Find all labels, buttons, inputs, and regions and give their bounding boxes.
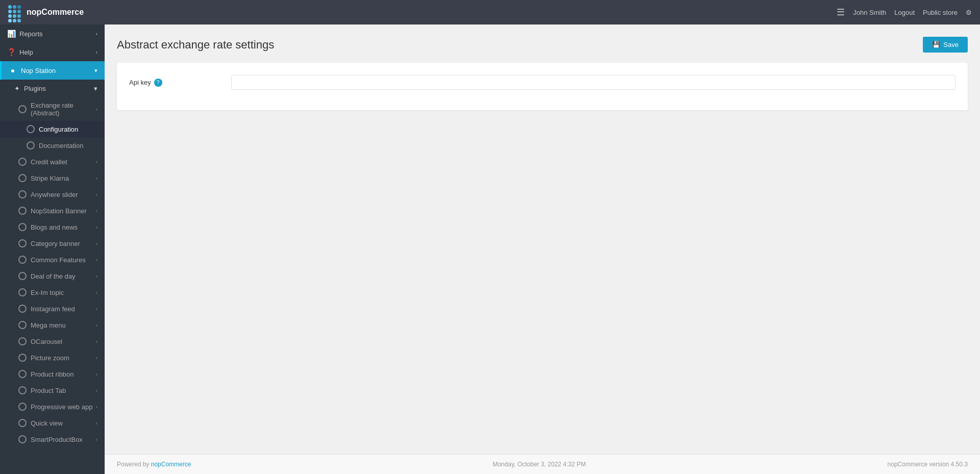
quickview-dot-icon [18,419,27,427]
instagram-dot-icon [18,305,27,313]
sidebar-item-exim-topic[interactable]: Ex-Im topic ‹ [0,284,105,301]
save-button-label: Save [943,41,959,48]
user-name: John Smith [853,9,886,16]
brand: nopCommerce [8,5,837,19]
sidebar-item-credit-wallet[interactable]: Credit wallet ‹ [0,154,105,170]
sidebar-item-common-features[interactable]: Common Features ‹ [0,252,105,268]
sidebar-label-anywhere-slider: Anywhere slider [31,191,78,198]
sidebar-item-deal-of-day[interactable]: Deal of the day ‹ [0,268,105,284]
sidebar-item-smartproductbox[interactable]: SmartProductBox ‹ [0,431,105,447]
sidebar-item-instagram-feed[interactable]: Instagram feed ‹ [0,301,105,317]
footer: Powered by nopCommerce Monday, October 3… [105,454,980,474]
nopstation-banner-arrow-icon: ‹ [96,208,97,214]
sidebar-item-quick-view[interactable]: Quick view ‹ [0,415,105,431]
sidebar-item-documentation[interactable]: Documentation [0,137,105,154]
catbanner-dot-icon [18,239,27,247]
sidebar-item-plugins[interactable]: ✦ Plugins ▾ [0,80,105,97]
plugins-arrow-icon: ▾ [94,85,97,92]
help-collapse-icon: ‹ [96,49,97,55]
mega-menu-arrow-icon: ‹ [96,322,97,328]
sidebar-item-ocarousel[interactable]: OCarousel ‹ [0,333,105,350]
api-key-help-icon[interactable]: ? [154,79,162,87]
sidebar-item-nopstation[interactable]: ● Nop Station ▾ [0,61,105,80]
sidebar-item-mega-menu[interactable]: Mega menu ‹ [0,317,105,333]
footer-datetime: Monday, October 3, 2022 4:32 PM [493,461,586,468]
sidebar-item-help[interactable]: ❓ Help ‹ [0,43,105,61]
config-dot-icon [27,125,35,133]
pwa-dot-icon [18,403,27,411]
sidebar-item-reports[interactable]: 📊 Reports ‹ [0,24,105,43]
sidebar-label-stripe-klarna: Stripe Klarna [31,174,69,182]
sidebar-item-blogs-news[interactable]: Blogs and news ‹ [0,219,105,235]
plugins-submenu: Exchange rate (Abstract) ‹ Configuration… [0,97,105,447]
sidebar-label-progressive-web-app: Progressive web app [31,403,92,411]
anywhere-slider-arrow-icon: ‹ [96,192,97,197]
stripe-dot-icon [18,174,27,182]
sidebar-item-exchange-rate[interactable]: Exchange rate (Abstract) ‹ [0,97,105,121]
sidebar-label-smartproductbox: SmartProductBox [31,436,83,443]
product-ribbon-arrow-icon: ‹ [96,371,97,377]
sidebar-label-documentation: Documentation [39,142,83,149]
sidebar: 📊 Reports ‹ ❓ Help ‹ ● Nop Station ▾ ✦ P… [0,24,105,474]
footer-version: nopCommerce version 4.50.3 [888,461,968,468]
progressive-web-app-arrow-icon: ‹ [96,404,97,410]
help-icon: ❓ [7,48,15,56]
doc-dot-icon [27,141,35,149]
sidebar-label-quick-view: Quick view [31,419,63,427]
sidebar-label-help: Help [19,48,33,56]
sidebar-label-reports: Reports [19,30,43,38]
logout-link[interactable]: Logout [894,9,915,16]
api-key-input[interactable] [231,75,955,90]
sidebar-label-exchange-rate: Exchange rate (Abstract) [31,102,96,117]
product-tab-arrow-icon: ‹ [96,388,97,393]
sidebar-toggle-button[interactable]: ☰ [837,7,845,18]
sidebar-label-ocarousel: OCarousel [31,338,62,345]
sidebar-item-stripe-klarna[interactable]: Stripe Klarna ‹ [0,170,105,186]
page-header: Abstract exchange rate settings 💾 Save [117,37,968,53]
exchange-rate-arrow-icon: ‹ [96,107,97,112]
ribbon-dot-icon [18,370,27,378]
footer-powered-text: Powered by [117,461,151,468]
sidebar-item-progressive-web-app[interactable]: Progressive web app ‹ [0,398,105,415]
sidebar-item-category-banner[interactable]: Category banner ‹ [0,235,105,252]
blogs-news-arrow-icon: ‹ [96,224,97,230]
save-button[interactable]: 💾 Save [923,37,968,53]
banner-dot-icon [18,207,27,215]
ocarousel-dot-icon [18,337,27,345]
smartproduct-dot-icon [18,435,27,443]
settings-icon[interactable]: ⚙ [966,9,972,16]
circle-icon: ● [9,66,17,74]
exim-topic-arrow-icon: ‹ [96,290,97,295]
ocarousel-arrow-icon: ‹ [96,339,97,344]
smartproductbox-arrow-icon: ‹ [96,437,97,442]
picture-zoom-arrow-icon: ‹ [96,355,97,361]
producttab-dot-icon [18,386,27,394]
main-area: Abstract exchange rate settings 💾 Save A… [105,24,980,474]
sidebar-item-product-ribbon[interactable]: Product ribbon ‹ [0,366,105,382]
deal-dot-icon [18,272,27,280]
mega-dot-icon [18,321,27,329]
plugin-icon: ✦ [14,85,20,92]
blogs-dot-icon [18,223,27,231]
credit-dot-icon [18,158,27,166]
sidebar-label-common-features: Common Features [31,256,86,264]
footer-nopcommerce-link[interactable]: nopCommerce [151,461,191,468]
sidebar-label-deal-of-day: Deal of the day [31,272,75,280]
nopstation-arrow-icon: ▾ [94,67,97,74]
exim-dot-icon [18,288,27,296]
navbar-right: John Smith Logout Public store ⚙ [853,9,972,16]
credit-wallet-arrow-icon: ‹ [96,159,97,165]
picturezoom-dot-icon [18,354,27,362]
sidebar-item-picture-zoom[interactable]: Picture zoom ‹ [0,350,105,366]
anywhere-dot-icon [18,190,27,198]
quick-view-arrow-icon: ‹ [96,420,97,426]
chart-icon: 📊 [7,30,15,38]
sidebar-item-anywhere-slider[interactable]: Anywhere slider ‹ [0,186,105,203]
public-store-link[interactable]: Public store [923,9,958,16]
reports-collapse-icon: ‹ [96,31,97,37]
sidebar-item-product-tab[interactable]: Product Tab ‹ [0,382,105,398]
sidebar-label-nopstation: Nop Station [21,67,56,74]
sidebar-label-product-tab: Product Tab [31,387,66,394]
sidebar-item-configuration[interactable]: Configuration [0,121,105,137]
sidebar-item-nopstation-banner[interactable]: NopStation Banner ‹ [0,203,105,219]
